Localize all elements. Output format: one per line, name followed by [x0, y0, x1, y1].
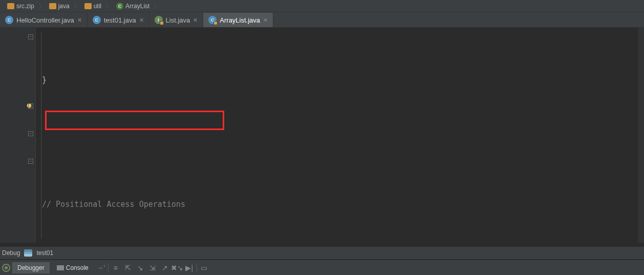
tab-debugger[interactable]: Debugger	[12, 262, 50, 273]
chevron-right-icon: 〉	[38, 2, 45, 11]
tab-list[interactable]: I List.java ✕	[149, 13, 204, 27]
java-file-icon: C	[5, 16, 13, 24]
code-editor[interactable]: − − − − } // Positional Access Operation…	[0, 28, 644, 243]
code-text: }	[42, 75, 47, 84]
run-to-cursor-icon[interactable]: ▶|	[184, 263, 195, 273]
tab-label: ArrayList.java	[220, 16, 260, 24]
breadcrumb-label: ArrayList	[125, 3, 149, 10]
breadcrumb-item-arraylist[interactable]: C ArrayList	[113, 3, 153, 10]
code-comment: // Positional Access Operations	[42, 200, 185, 209]
close-icon[interactable]: ✕	[139, 17, 144, 24]
debug-toolbar: Debugger Console →' ≡ ⇱ ↘ ⇲ ↗ ✖↘ ▶| ▭	[0, 260, 644, 275]
fold-toggle-icon[interactable]: −	[28, 103, 33, 109]
breadcrumb-item-srczip[interactable]: src.zip	[4, 3, 37, 10]
tab-console-label: Console	[66, 264, 89, 271]
code-content[interactable]: } // Positional Access Operations /unche…	[36, 28, 644, 243]
class-icon: C	[116, 3, 123, 10]
zip-icon	[7, 3, 14, 9]
close-icon[interactable]: ✕	[77, 17, 82, 24]
force-step-into-icon[interactable]: ⇲	[147, 263, 158, 273]
step-over-return-icon[interactable]: →'	[96, 263, 106, 273]
tab-console[interactable]: Console	[52, 262, 94, 273]
evaluate-expression-icon[interactable]: ▭	[199, 263, 209, 273]
tab-label: test01.java	[104, 16, 136, 24]
breadcrumb-label: java	[58, 3, 70, 10]
java-file-icon: C	[93, 16, 101, 24]
step-out-icon[interactable]: ↗	[160, 263, 170, 273]
debug-label: Debug	[2, 249, 20, 257]
tab-label: List.java	[166, 16, 190, 24]
interface-file-icon: I	[155, 16, 163, 24]
editor-gutter[interactable]: − − − −	[0, 28, 36, 243]
show-execution-point-icon[interactable]: ≡	[111, 263, 121, 273]
tab-label: HelloController.java	[16, 16, 74, 24]
chevron-right-icon: 〉	[154, 2, 160, 11]
fold-toggle-icon[interactable]: −	[28, 131, 33, 136]
separator	[197, 263, 197, 272]
chevron-right-icon: 〉	[74, 2, 80, 11]
separator	[108, 263, 109, 272]
editor-scrollbar[interactable]	[638, 28, 644, 243]
breadcrumb-label: src.zip	[16, 3, 34, 10]
run-config-icon	[24, 249, 32, 257]
step-into-icon[interactable]: ↘	[135, 263, 145, 273]
tab-hellocontroller[interactable]: C HelloController.java ✕	[0, 13, 88, 27]
breadcrumb-item-java[interactable]: java	[46, 3, 73, 10]
debug-toolwindow-header[interactable]: Debug test01	[0, 246, 644, 260]
folder-icon	[84, 3, 92, 9]
indent-guide	[41, 32, 41, 239]
tab-arraylist[interactable]: C ArrayList.java ✕	[203, 13, 273, 27]
breadcrumb-item-util[interactable]: util	[81, 3, 104, 10]
lock-icon	[213, 21, 218, 25]
fold-toggle-icon[interactable]: −	[28, 159, 33, 164]
tab-test01[interactable]: C test01.java ✕	[88, 13, 149, 27]
chevron-right-icon: 〉	[105, 2, 112, 11]
close-icon[interactable]: ✕	[193, 17, 198, 24]
editor-tabs: C HelloController.java ✕ C test01.java ✕…	[0, 12, 644, 28]
debug-config-name: test01	[36, 249, 53, 257]
step-over-icon[interactable]: ⇱	[123, 263, 133, 273]
bug-icon[interactable]	[2, 264, 10, 272]
drop-frame-icon[interactable]: ✖↘	[172, 263, 182, 273]
breadcrumb-label: util	[94, 3, 101, 10]
fold-toggle-icon[interactable]: −	[28, 34, 33, 39]
lock-icon	[160, 21, 164, 25]
console-icon	[57, 265, 64, 270]
folder-icon	[49, 3, 56, 9]
java-file-icon: C	[208, 16, 217, 24]
breadcrumb-bar: src.zip 〉 java 〉 util 〉 C ArrayList 〉	[0, 0, 644, 12]
close-icon[interactable]: ✕	[263, 17, 268, 24]
